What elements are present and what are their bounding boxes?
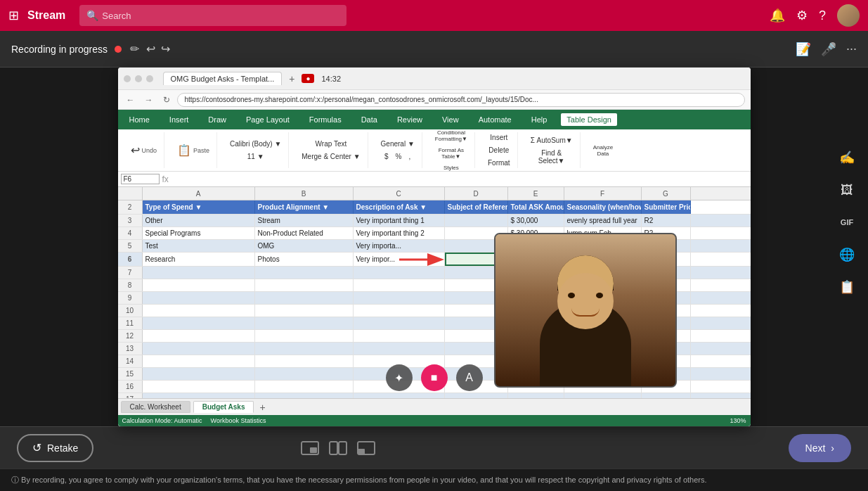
cell-3-amount[interactable]: $ 30,000 [508, 215, 564, 227]
browser-minimize[interactable] [124, 75, 131, 82]
panel-gif-icon[interactable]: GIF [834, 210, 860, 235]
header-seasonality[interactable]: Seasonality (when/how long) ▼ [564, 200, 642, 214]
header-subject-ref[interactable]: Subject of Reference Info (email or othe… [445, 200, 508, 214]
more-options-icon[interactable]: ··· [846, 42, 857, 56]
cell-5-desc[interactable]: Very importa... [354, 240, 445, 252]
percent-btn[interactable]: % [393, 151, 405, 162]
cell-5-type[interactable]: Test [143, 240, 255, 252]
empty-cell-7-b[interactable] [255, 267, 354, 279]
find-select-btn[interactable]: Find &Select▼ [536, 148, 568, 166]
cell-5-product[interactable]: OMG [255, 240, 354, 252]
cell-6-type[interactable]: Research [143, 253, 255, 266]
empty-cell-9-a[interactable] [143, 292, 255, 304]
col-header-F[interactable]: F [564, 187, 642, 200]
empty-cell-11-c[interactable] [354, 317, 445, 329]
panel-globe-icon[interactable]: 🌐 [834, 242, 860, 267]
comma-btn[interactable]: , [406, 151, 414, 162]
col-header-A[interactable]: A [143, 187, 255, 200]
ribbon-tab-view[interactable]: View [436, 113, 465, 126]
search-input[interactable] [79, 5, 346, 26]
undo-icon[interactable]: ↩ [146, 42, 155, 56]
browser-tab[interactable]: OMG Budget Asks - Templat... [163, 72, 283, 85]
ribbon-tab-review[interactable]: Review [391, 113, 428, 126]
autosum-btn[interactable]: Σ AutoSum▼ [528, 135, 576, 146]
browser-close-dot[interactable] [146, 75, 153, 82]
empty-cell-10-b[interactable] [255, 305, 354, 317]
ribbon-tab-formulas[interactable]: Formulas [304, 113, 347, 126]
col-header-G[interactable]: G [642, 187, 691, 200]
empty-cell-8-c[interactable] [354, 279, 445, 291]
cell-3-priority[interactable]: R2 [642, 215, 691, 227]
redo-icon[interactable]: ↪ [161, 42, 170, 56]
merge-center-button[interactable]: Merge & Center ▼ [299, 151, 363, 162]
avatar[interactable] [837, 4, 860, 27]
text-overlay-button[interactable]: A [456, 364, 483, 391]
status-workbook-stats[interactable]: Workbook Statistics [211, 417, 266, 424]
header-total-ask[interactable]: Total ASK Amount ▼ [508, 200, 564, 214]
cam-layout-1[interactable] [300, 440, 320, 456]
grid-icon[interactable]: ⊞ [8, 8, 19, 23]
delete-btn[interactable]: Delete [486, 145, 512, 155]
cell-reference-input[interactable] [121, 174, 160, 184]
cam-layout-2[interactable] [328, 440, 348, 456]
stop-recording-button[interactable]: ■ [421, 364, 448, 391]
empty-cell-10-a[interactable] [143, 305, 255, 317]
panel-image-icon[interactable]: 🖼 [834, 177, 860, 203]
font-size[interactable]: 11 ▼ [245, 151, 267, 162]
ribbon-tab-pagelayout[interactable]: Page Layout [240, 113, 295, 126]
currency-btn[interactable]: $ [382, 151, 391, 162]
panel-pen-icon[interactable]: ✍ [834, 145, 860, 170]
empty-cell-8-a[interactable] [143, 279, 255, 291]
sheet-tab-calc[interactable]: Calc. Worksheet [121, 401, 190, 413]
add-sheet-button[interactable]: + [259, 402, 265, 413]
empty-cell-15-a[interactable] [143, 368, 255, 380]
number-format[interactable]: General ▼ [378, 139, 417, 149]
empty-cell-13-a[interactable] [143, 343, 255, 355]
header-type-spend[interactable]: Type of Spend ▼ [143, 200, 255, 214]
ribbon-tab-automate[interactable]: Automate [473, 113, 517, 126]
empty-cell-9-b[interactable] [255, 292, 354, 304]
formula-input[interactable] [171, 175, 748, 183]
new-tab-icon[interactable]: + [289, 73, 294, 84]
cell-4-desc[interactable]: Very important thing 2 [354, 227, 445, 239]
cell-3-product[interactable]: Stream [255, 215, 354, 227]
empty-cell-11-a[interactable] [143, 317, 255, 329]
empty-cell-13-c[interactable] [354, 343, 445, 355]
empty-cell-16-a[interactable] [143, 381, 255, 393]
header-submitter[interactable]: Submitter Priority ▼ [642, 200, 691, 214]
insert-btn[interactable]: Insert [487, 132, 510, 143]
undo-button[interactable]: ↩Undo [128, 142, 160, 158]
ribbon-tab-help[interactable]: Help [526, 113, 553, 126]
panel-sticker-icon[interactable]: 📋 [834, 274, 860, 300]
settings-icon[interactable]: ⚙ [796, 8, 808, 23]
teleprompter-icon[interactable]: 📝 [796, 42, 811, 57]
cell-3-ref[interactable] [445, 215, 508, 227]
col-header-B[interactable]: B [255, 187, 354, 200]
empty-cell-15-b[interactable] [255, 368, 354, 380]
empty-cell-16-b[interactable] [255, 381, 354, 393]
cell-styles-btn[interactable]: Styles [441, 163, 462, 172]
cell-3-type[interactable]: Other [143, 215, 255, 227]
paste-button[interactable]: 📋Paste [174, 142, 212, 158]
ribbon-tab-home[interactable]: Home [124, 113, 155, 126]
empty-cell-13-b[interactable] [255, 343, 354, 355]
conditional-formatting-btn[interactable]: ConditionalFormatting▼ [432, 128, 470, 144]
header-desc-ask[interactable]: Description of Ask ▼ [354, 200, 445, 214]
col-header-C[interactable]: C [354, 187, 445, 200]
empty-cell-10-c[interactable] [354, 305, 445, 317]
cell-4-product[interactable]: Non-Product Related [255, 227, 354, 239]
ribbon-tab-data[interactable]: Data [356, 113, 383, 126]
effects-button[interactable]: ✦ [386, 364, 413, 391]
format-btn[interactable]: Format [485, 158, 513, 168]
ribbon-tab-tabledesign[interactable]: Table Design [561, 113, 617, 126]
empty-cell-8-b[interactable] [255, 279, 354, 291]
cell-6-product[interactable]: Photos [255, 253, 354, 266]
cell-3-desc[interactable]: Very important thing 1 [354, 215, 445, 227]
empty-cell-9-c[interactable] [354, 292, 445, 304]
wrap-text-button[interactable]: Wrap Text [313, 139, 350, 149]
refresh-button[interactable]: ↻ [160, 94, 173, 106]
browser-maximize[interactable] [135, 75, 142, 82]
header-product-align[interactable]: Product Alignment ▼ [255, 200, 354, 214]
next-button[interactable]: Next › [789, 434, 851, 462]
ribbon-tab-draw[interactable]: Draw [202, 113, 232, 126]
